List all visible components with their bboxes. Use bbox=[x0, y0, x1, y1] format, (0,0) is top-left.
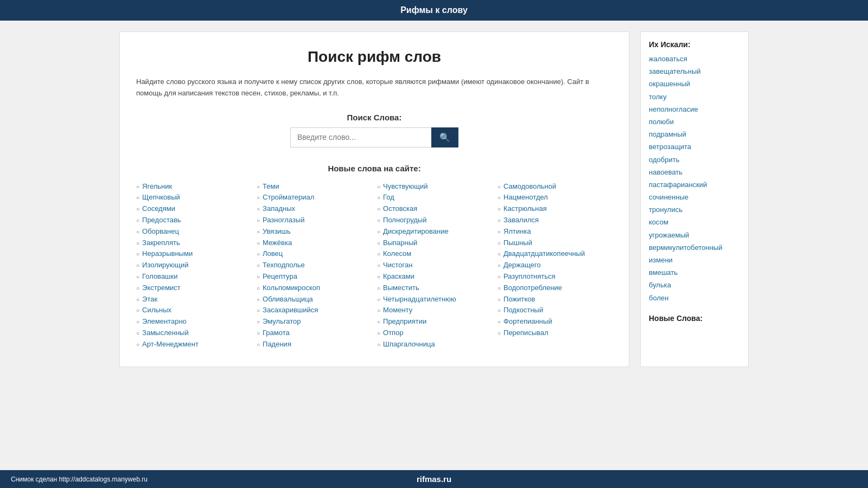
word-link[interactable]: Сильных bbox=[142, 305, 171, 316]
sidebar-search-link[interactable]: подрамный bbox=[649, 130, 740, 139]
sidebar-search-link[interactable]: угрожаемый bbox=[649, 230, 740, 240]
list-item: Колесом bbox=[377, 248, 492, 260]
sidebar-search-link[interactable]: булька bbox=[649, 280, 740, 290]
sidebar-search-link[interactable]: косом bbox=[649, 217, 740, 227]
word-link[interactable]: Водопотребление bbox=[503, 282, 562, 294]
word-link[interactable]: Моменту bbox=[383, 305, 412, 316]
sidebar-search-link[interactable]: вмешать bbox=[649, 268, 740, 278]
word-link[interactable]: Западных bbox=[263, 203, 295, 215]
word-link[interactable]: Теми bbox=[263, 181, 279, 192]
word-link[interactable]: Этак bbox=[142, 294, 157, 305]
list-item: Отпор bbox=[377, 328, 492, 339]
sidebar-search-link[interactable]: измени bbox=[649, 255, 740, 265]
word-link[interactable]: Фортепианный bbox=[503, 316, 552, 328]
word-link[interactable]: Пожитков bbox=[503, 294, 535, 305]
word-link[interactable]: Переписывал bbox=[503, 328, 548, 339]
word-link[interactable]: Неразрывными bbox=[142, 248, 193, 260]
word-link[interactable]: Головашки bbox=[142, 271, 177, 282]
sidebar-search-link[interactable]: завещательный bbox=[649, 67, 740, 76]
word-link[interactable]: Ловец bbox=[263, 248, 283, 260]
sidebar-search-link[interactable]: навоевать bbox=[649, 168, 740, 177]
sidebar-search-link[interactable]: неполногласие bbox=[649, 105, 740, 114]
word-link[interactable]: Предоставь bbox=[142, 215, 181, 226]
list-item: Предоставь bbox=[136, 215, 251, 226]
sidebar: Их Искали: жаловатьсязавещательныйокраше… bbox=[640, 31, 749, 367]
word-link[interactable]: Стройматериал bbox=[263, 192, 314, 203]
sidebar-search-link[interactable]: полюби bbox=[649, 117, 740, 127]
word-link[interactable]: Шпаргалочница bbox=[383, 339, 435, 350]
word-link[interactable]: Грамота bbox=[263, 328, 290, 339]
sidebar-search-link[interactable]: толку bbox=[649, 92, 740, 102]
word-link[interactable]: Изолирующий bbox=[142, 260, 189, 271]
word-link[interactable]: Ялтинка bbox=[503, 226, 531, 237]
word-link[interactable]: Отпор bbox=[383, 328, 404, 339]
word-link[interactable]: Щепчковый bbox=[142, 192, 180, 203]
word-link[interactable]: Падения bbox=[263, 339, 291, 350]
word-link[interactable]: Увязишь bbox=[263, 226, 291, 237]
list-item: Теми bbox=[257, 181, 372, 192]
word-link[interactable]: Пышный bbox=[503, 237, 532, 249]
sidebar-search-link[interactable]: вермикулитобетонный bbox=[649, 243, 740, 253]
word-link[interactable]: Дискредитирование bbox=[383, 226, 449, 237]
word-link[interactable]: Двадцатдцатикопеечный bbox=[503, 248, 585, 260]
list-item: Падения bbox=[257, 339, 372, 350]
word-link[interactable]: Кастрюльная bbox=[503, 203, 547, 215]
word-link[interactable]: Разноглазый bbox=[263, 215, 304, 226]
word-link[interactable]: Четырнадцатилетнюю bbox=[383, 294, 456, 305]
sidebar-search-link[interactable]: одобрить bbox=[649, 155, 740, 165]
word-link[interactable]: Чистоган bbox=[383, 260, 412, 271]
list-item: Изолирующий bbox=[136, 260, 251, 271]
list-item: Кастрюльная bbox=[497, 203, 612, 215]
word-link[interactable]: Красками bbox=[383, 271, 414, 282]
word-link[interactable]: Оборванец bbox=[142, 226, 179, 237]
search-button[interactable]: 🔍 bbox=[431, 127, 458, 147]
list-item: Год bbox=[377, 192, 492, 203]
word-link[interactable]: Чувствующий bbox=[383, 181, 427, 192]
list-item: Экстремист bbox=[136, 282, 251, 294]
top-bar: Рифмы к слову bbox=[0, 0, 868, 21]
word-link[interactable]: Ягельник bbox=[142, 181, 172, 192]
word-link[interactable]: Техподполье bbox=[263, 260, 305, 271]
word-link[interactable]: Предприятии bbox=[383, 316, 426, 328]
word-link[interactable]: Обливальщица bbox=[263, 294, 313, 305]
list-item: Межёвка bbox=[257, 237, 372, 249]
word-link[interactable]: Элементарно bbox=[142, 316, 187, 328]
list-item: Самодовольной bbox=[497, 181, 612, 192]
list-item: Оборванец bbox=[136, 226, 251, 237]
word-link[interactable]: Год bbox=[383, 192, 394, 203]
sidebar-search-link[interactable]: болен bbox=[649, 293, 740, 303]
word-link[interactable]: Замысленный bbox=[142, 328, 189, 339]
sidebar-search-link[interactable]: окрашенный bbox=[649, 79, 740, 89]
word-link[interactable]: Остовская bbox=[383, 203, 417, 215]
sidebar-search-link[interactable]: жаловаться bbox=[649, 54, 740, 64]
word-link[interactable]: Завалился bbox=[503, 215, 539, 226]
sidebar-search-link[interactable]: ветрозащита bbox=[649, 142, 740, 152]
word-link[interactable]: Закреплять bbox=[142, 237, 180, 249]
word-link[interactable]: Выместить bbox=[383, 282, 419, 294]
word-link[interactable]: Соседями bbox=[142, 203, 175, 215]
word-link[interactable]: Колесом bbox=[383, 248, 411, 260]
search-input[interactable] bbox=[290, 127, 431, 147]
word-link[interactable]: Подкостный bbox=[503, 305, 543, 316]
word-link[interactable]: Полногрудый bbox=[383, 215, 426, 226]
list-item: Ялтинка bbox=[497, 226, 612, 237]
sidebar-search-link[interactable]: пастафарианский bbox=[649, 180, 740, 190]
word-link[interactable]: Разуплотняться bbox=[503, 271, 556, 282]
sidebar-search-link[interactable]: тронулись bbox=[649, 205, 740, 215]
sidebar-search-link[interactable]: сочиненные bbox=[649, 192, 740, 202]
list-item: Неразрывными bbox=[136, 248, 251, 260]
list-item: Четырнадцатилетнюю bbox=[377, 294, 492, 305]
word-link[interactable]: Межёвка bbox=[263, 237, 292, 249]
word-link[interactable]: Засахарившийся bbox=[263, 305, 318, 316]
word-link[interactable]: Эмульгатор bbox=[263, 316, 301, 328]
word-link[interactable]: Выпарный bbox=[383, 237, 417, 249]
word-link[interactable]: Самодовольной bbox=[503, 181, 556, 192]
list-item: Чувствующий bbox=[377, 181, 492, 192]
word-link[interactable]: Нацменотдел bbox=[503, 192, 548, 203]
word-link[interactable]: Держащего bbox=[503, 260, 541, 271]
word-link[interactable]: Экстремист bbox=[142, 282, 181, 294]
word-link[interactable]: Арт-Менеджмент bbox=[142, 339, 199, 350]
word-link[interactable]: Кольпомикроскоп bbox=[263, 282, 320, 294]
list-item: Остовская bbox=[377, 203, 492, 215]
word-link[interactable]: Рецептура bbox=[263, 271, 297, 282]
